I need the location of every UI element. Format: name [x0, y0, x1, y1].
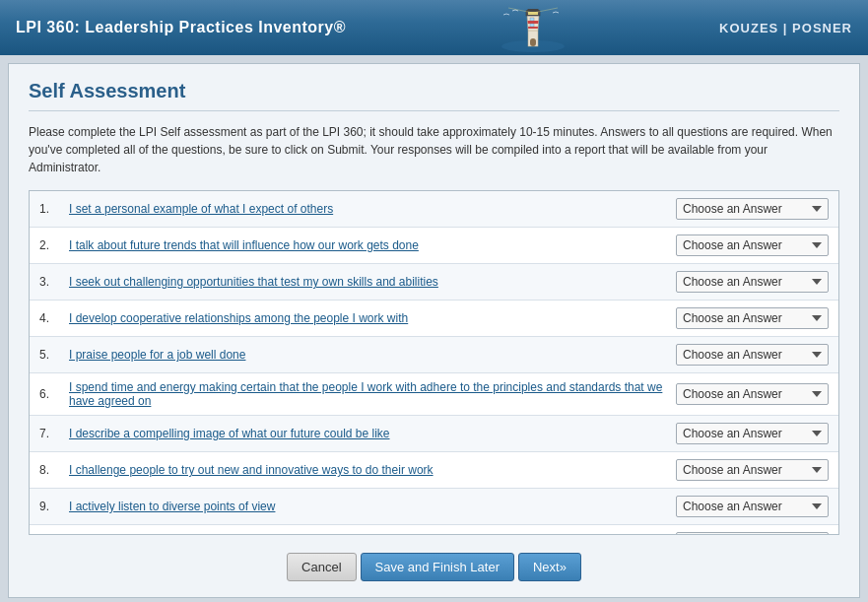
header-logo — [499, 3, 568, 52]
main-content: Self Assessment Please complete the LPI … — [8, 63, 860, 598]
question-text: I actively listen to diverse points of v… — [61, 500, 676, 513]
answer-dropdown[interactable]: Choose an Answer1 - Almost Never2 - Rare… — [676, 234, 829, 256]
table-row: 7.I describe a compelling image of what … — [30, 416, 838, 452]
question-number: 2. — [39, 238, 61, 252]
questions-table: 1.I set a personal example of what I exp… — [29, 190, 839, 535]
brand-label: KOUZES | POSNER — [719, 21, 852, 35]
svg-rect-11 — [530, 38, 536, 46]
answer-dropdown[interactable]: Choose an Answer1 - Almost Never2 - Rare… — [676, 307, 829, 329]
svg-marker-8 — [526, 9, 540, 11]
table-row: 5.I praise people for a job well doneCho… — [30, 337, 838, 373]
answer-dropdown[interactable]: Choose an Answer1 - Almost Never2 - Rare… — [676, 459, 829, 481]
table-row: 1.I set a personal example of what I exp… — [30, 191, 838, 228]
question-number: 1. — [39, 202, 61, 216]
app-header: LPI 360: Leadership Practices Inventory® — [0, 0, 868, 55]
svg-marker-4 — [527, 21, 538, 24]
question-text: I describe a compelling image of what ou… — [61, 427, 676, 440]
question-text: I set a personal example of what I expec… — [61, 202, 676, 216]
question-number: 3. — [39, 275, 61, 289]
svg-marker-5 — [528, 27, 538, 29]
svg-rect-13 — [530, 24, 534, 27]
question-text: I challenge people to try out new and in… — [61, 463, 676, 477]
answer-dropdown[interactable]: Choose an Answer1 - Almost Never2 - Rare… — [676, 496, 829, 517]
answer-dropdown[interactable]: Choose an Answer1 - Almost Never2 - Rare… — [676, 198, 829, 220]
answer-dropdown[interactable]: Choose an Answer1 - Almost Never2 - Rare… — [676, 423, 829, 444]
question-text: I talk about future trends that will inf… — [61, 238, 676, 252]
answer-dropdown[interactable]: Choose an Answer1 - Almost Never2 - Rare… — [676, 271, 829, 293]
question-text: I seek out challenging opportunities tha… — [61, 275, 676, 289]
table-row: 4.I develop cooperative relationships am… — [30, 301, 838, 337]
answer-dropdown[interactable]: Choose an Answer1 - Almost Never2 - Rare… — [676, 532, 829, 535]
question-number: 6. — [39, 387, 61, 401]
instructions-text: Please complete the LPI Self assessment … — [29, 123, 839, 176]
table-row: 3.I seek out challenging opportunities t… — [30, 264, 838, 301]
answer-dropdown[interactable]: Choose an Answer1 - Almost Never2 - Rare… — [676, 383, 829, 405]
answer-dropdown[interactable]: Choose an Answer1 - Almost Never2 - Rare… — [676, 344, 829, 366]
save-later-button[interactable]: Save and Finish Later — [361, 553, 514, 581]
table-row: 9.I actively listen to diverse points of… — [30, 489, 838, 525]
question-text: I develop cooperative relationships amon… — [61, 311, 676, 325]
cancel-button[interactable]: Cancel — [287, 553, 356, 581]
table-row: 6.I spend time and energy making certain… — [30, 373, 838, 416]
question-number: 4. — [39, 311, 61, 325]
table-row: 8.I challenge people to try out new and … — [30, 452, 838, 489]
page-title: Self Assessment — [29, 80, 839, 111]
question-number: 5. — [39, 348, 61, 362]
next-button[interactable]: Next» — [518, 553, 581, 581]
table-row: 2.I talk about future trends that will i… — [30, 228, 838, 264]
question-number: 7. — [39, 427, 61, 440]
svg-rect-12 — [530, 18, 534, 21]
footer-buttons: Cancel Save and Finish Later Next» — [29, 545, 839, 581]
app-title: LPI 360: Leadership Practices Inventory® — [16, 19, 346, 36]
table-row: 10.I make it a point to let people know … — [30, 525, 838, 535]
question-text: I praise people for a job well done — [61, 348, 676, 362]
question-number: 9. — [39, 500, 61, 513]
question-text: I spend time and energy making certain t… — [61, 380, 676, 408]
question-number: 8. — [39, 463, 61, 477]
